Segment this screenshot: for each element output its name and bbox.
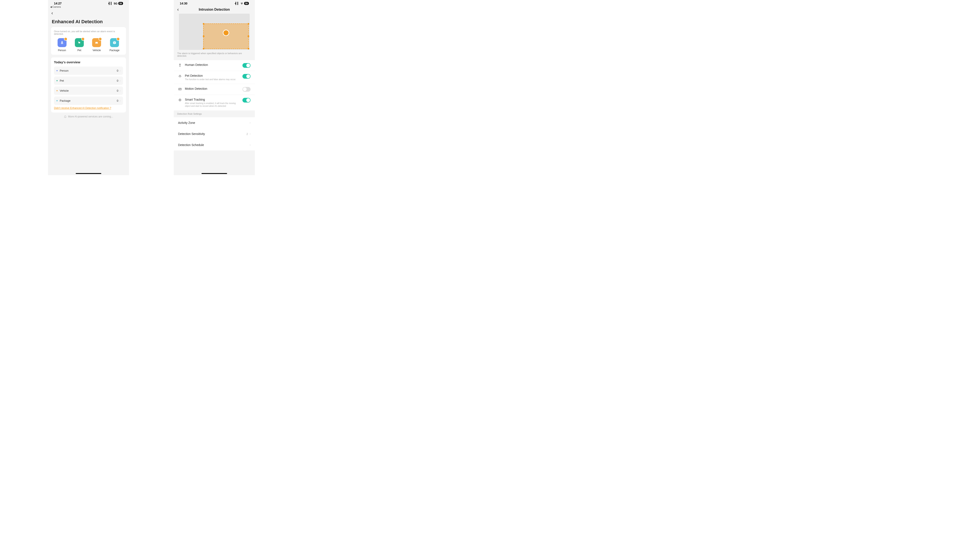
zone-center-handle[interactable] — [223, 30, 229, 36]
zone-handle[interactable] — [248, 35, 249, 37]
setting-subtitle: The function is under test and false ala… — [185, 78, 239, 81]
overview-row-package[interactable]: Package 0 › — [54, 97, 123, 105]
toggle-motion-detection[interactable] — [242, 87, 251, 92]
preview-caption: The alarm is triggered when specified ob… — [174, 52, 255, 60]
battery-indicator: 56 — [118, 2, 123, 5]
check-icon: ✓ — [99, 37, 102, 41]
check-icon: ✓ — [81, 37, 85, 41]
detect-type-pet[interactable]: ✓ Pet — [75, 38, 84, 52]
person-icon: ✓ — [57, 38, 67, 47]
pet-icon: ✓ — [75, 38, 84, 47]
detect-type-package[interactable]: ✓ Package — [110, 38, 119, 52]
detect-label: Package — [110, 49, 119, 52]
setting-title: Pet Detection — [185, 74, 239, 77]
vehicle-icon: ✓ — [92, 38, 101, 47]
status-bar: 14:30 ▪▎▎ 56 — [174, 0, 255, 6]
back-button[interactable]: ‹ — [51, 10, 53, 16]
nav-bar: ‹ Intrusion Detection — [174, 6, 255, 14]
rule-label: Detection Schedule — [178, 143, 248, 147]
footer-message: More AI-powered services are coming... — [48, 115, 129, 118]
setting-pet-detection: Pet Detection The function is under test… — [174, 71, 255, 84]
status-time: 14:30 — [180, 2, 188, 5]
setting-title: Motion Detection — [185, 87, 239, 91]
overview-row-person[interactable]: Person 0 › — [54, 67, 123, 75]
help-link[interactable]: Didn't receive Enhanced AI Detection not… — [54, 106, 123, 110]
detection-types-grid: ✓ Person ✓ Pet ✓ Vehicle — [54, 38, 123, 52]
home-indicator[interactable] — [202, 173, 227, 174]
footer-text: More AI-powered services are coming... — [68, 115, 113, 118]
network-label: 5G — [114, 2, 117, 5]
motion-icon — [178, 87, 182, 91]
detect-label: Vehicle — [92, 49, 101, 52]
page-title: Enhanced AI Detection — [48, 17, 129, 27]
setting-motion-detection: Motion Detection — [174, 84, 255, 95]
screen-intrusion-detection: 14:30 ▪▎▎ 56 ‹ Intrusion Detection The a… — [174, 0, 255, 175]
overview-row-vehicle[interactable]: Vehicle 0 › — [54, 87, 123, 95]
dot-icon — [57, 70, 57, 71]
status-right: ▪▎▎ 5G 56 — [108, 2, 123, 5]
overview-label: Package — [60, 99, 117, 102]
toggle-smart-tracking[interactable] — [242, 98, 251, 103]
pet-icon — [178, 74, 182, 78]
svg-point-7 — [180, 100, 180, 100]
status-time: 14:27 — [54, 2, 62, 5]
detection-hint: Once turned on, you will be alerted when… — [54, 30, 123, 35]
rule-detection-sensitivity[interactable]: Detection Sensitivity 2 › — [174, 128, 255, 140]
home-indicator[interactable] — [76, 173, 101, 174]
chevron-right-icon: › — [250, 121, 251, 124]
chevron-right-icon: › — [119, 89, 121, 92]
page-title: Intrusion Detection — [174, 8, 255, 11]
overview-title: Today's overview — [54, 60, 123, 64]
detection-types-card: Once turned on, you will be alerted when… — [51, 27, 126, 55]
zone-handle[interactable] — [203, 35, 205, 37]
detect-type-person[interactable]: ✓ Person — [57, 38, 67, 52]
detect-type-vehicle[interactable]: ✓ Vehicle — [92, 38, 101, 52]
svg-point-1 — [80, 42, 80, 43]
package-icon: ✓ — [110, 38, 119, 47]
signal-icon: ▪▎▎ — [235, 2, 239, 5]
dot-icon — [57, 80, 57, 81]
rule-value: 2 — [247, 132, 248, 136]
rule-detection-schedule[interactable]: Detection Schedule › — [174, 140, 255, 151]
activity-zone-overlay[interactable] — [203, 24, 249, 49]
setting-smart-tracking: Smart Tracking After smart tracking is e… — [174, 95, 255, 110]
overview-count: 0 — [117, 79, 118, 82]
bell-icon — [64, 115, 67, 118]
section-gap — [174, 151, 255, 154]
zone-handle[interactable] — [203, 48, 205, 49]
setting-subtitle: After smart tracking is enabled, it will… — [185, 102, 239, 108]
detect-label: Person — [57, 49, 67, 52]
section-header-rules: Detection Rule Settings — [174, 110, 255, 117]
chevron-right-icon: › — [119, 79, 121, 82]
tracking-icon — [178, 98, 182, 102]
overview-row-pet[interactable]: Pet 0 › — [54, 76, 123, 85]
camera-preview[interactable] — [179, 14, 250, 50]
check-icon: ✓ — [116, 37, 120, 41]
chevron-right-icon: › — [250, 143, 251, 146]
wifi-icon — [240, 2, 243, 5]
overview-count: 0 — [117, 69, 118, 72]
back-to-app[interactable]: ◀ Camera — [48, 6, 129, 9]
status-bar: 14:27 ▪▎▎ 5G 56 — [48, 0, 129, 6]
signal-icon: ▪▎▎ — [108, 2, 113, 5]
rule-label: Activity Zone — [178, 121, 248, 124]
screen-enhanced-ai-detection: 14:27 ▪▎▎ 5G 56 ◀ Camera ‹ Enhanced AI D… — [48, 0, 129, 175]
svg-point-3 — [97, 43, 98, 43]
nav-bar: ‹ — [48, 9, 129, 17]
zone-handle[interactable] — [248, 48, 249, 49]
chevron-right-icon: › — [119, 69, 121, 72]
check-icon: ✓ — [64, 37, 67, 41]
setting-human-detection: Human Detection — [174, 60, 255, 71]
zone-handle[interactable] — [248, 23, 249, 25]
toggle-human-detection[interactable] — [242, 63, 251, 68]
rule-label: Detection Sensitivity — [178, 132, 247, 136]
chevron-right-icon: › — [250, 132, 251, 135]
zone-handle[interactable] — [203, 23, 205, 25]
setting-title: Human Detection — [185, 63, 239, 67]
toggle-pet-detection[interactable] — [242, 74, 251, 79]
rule-activity-zone[interactable]: Activity Zone › — [174, 117, 255, 128]
svg-point-4 — [180, 64, 180, 64]
overview-label: Vehicle — [60, 89, 117, 92]
dot-icon — [57, 90, 57, 91]
svg-point-2 — [96, 43, 96, 43]
